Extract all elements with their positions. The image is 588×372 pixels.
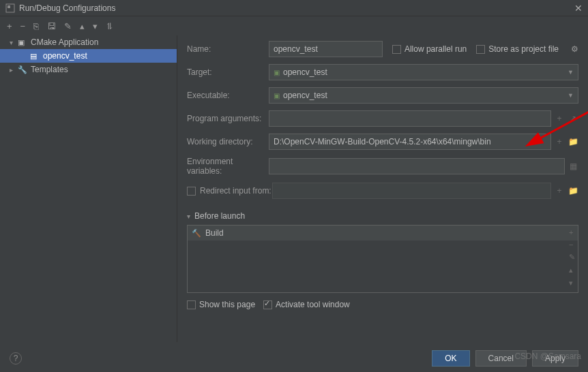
cmake-icon: ▣: [18, 38, 27, 47]
working-dir-label: Working directory:: [187, 137, 269, 146]
bottom-checks: Show this page Activate tool window: [187, 300, 578, 309]
chevron-down-icon: ▼: [568, 69, 574, 76]
down-icon[interactable]: ▾: [569, 279, 575, 288]
before-launch-section: ▾ Before launch 🔨 Build + − ✎ ▴ ▾ Show t…: [187, 211, 578, 309]
hammer-icon: 🔨: [192, 229, 201, 238]
remove-icon[interactable]: −: [20, 21, 26, 31]
name-input[interactable]: opencv_test: [269, 41, 383, 57]
app-icon: [5, 3, 15, 13]
allow-parallel-check[interactable]: Allow parallel run: [392, 44, 467, 54]
launch-tools: + − ✎ ▴ ▾: [569, 228, 575, 288]
tree-templates[interactable]: ▸ 🔧 Templates: [0, 63, 177, 76]
wrench-icon: 🔧: [18, 65, 27, 74]
row-redirect: Redirect input from: + 📁: [187, 183, 578, 199]
program-args-input[interactable]: [269, 110, 551, 127]
launch-list: 🔨 Build + − ✎ ▴ ▾: [187, 225, 578, 293]
activate-tool-check[interactable]: Activate tool window: [263, 300, 350, 309]
chevron-right-icon: ▸: [10, 66, 18, 74]
checkbox-icon: [263, 300, 272, 309]
env-vars-input[interactable]: [269, 158, 565, 174]
close-icon[interactable]: ✕: [574, 3, 583, 14]
redirect-input: [272, 183, 551, 199]
up-icon[interactable]: ▴: [569, 266, 575, 275]
env-vars-label: Environment variables:: [187, 157, 269, 176]
toolbar: + − ⎘ 🖫 ✎ ▴ ▾ ⥮: [0, 16, 588, 35]
add-macro-icon[interactable]: +: [554, 114, 565, 123]
help-button[interactable]: ?: [10, 352, 22, 365]
expand-icon[interactable]: ↗: [568, 114, 578, 123]
up-icon[interactable]: ▴: [80, 21, 85, 31]
show-this-page-check[interactable]: Show this page: [187, 300, 255, 309]
svg-rect-1: [8, 5, 10, 8]
row-env-vars: Environment variables: ▦: [187, 157, 578, 176]
tree-cmake-application[interactable]: ▾ ▣ CMake Application: [0, 35, 177, 49]
add-macro-icon[interactable]: +: [554, 137, 565, 146]
chevron-down-icon: ▼: [568, 92, 574, 99]
copy-icon[interactable]: ⎘: [33, 21, 39, 31]
add-icon[interactable]: +: [7, 21, 12, 31]
browse-icon[interactable]: 📁: [568, 186, 578, 196]
store-as-project-check[interactable]: Store as project file: [476, 44, 559, 54]
edit-icon[interactable]: ✎: [64, 21, 72, 31]
row-working-dir: Working directory: D:\OpenCV-MinGW-Build…: [187, 134, 578, 150]
target-icon: ▤: [30, 52, 40, 61]
field-icons: ▦: [568, 161, 578, 171]
tree-label: CMake Application: [31, 37, 98, 47]
add-macro-icon[interactable]: +: [554, 186, 565, 196]
edit-icon[interactable]: ✎: [569, 253, 575, 262]
before-launch-label: Before launch: [194, 211, 245, 221]
redirect-checkbox[interactable]: [187, 187, 196, 196]
sidebar: ▾ ▣ CMake Application ▤ opencv_test ▸ 🔧 …: [0, 35, 177, 342]
field-icons: + 📁: [554, 186, 578, 196]
chevron-down-icon: ▾: [10, 39, 18, 46]
field-icons: + 📁: [554, 137, 578, 146]
launch-item-label: Build: [205, 228, 224, 238]
executable-label: Executable:: [187, 91, 269, 100]
watermark: CSDN @Samsara: [514, 352, 581, 361]
footer: ? OK Cancel Apply: [0, 345, 588, 372]
tree-label: Templates: [31, 65, 68, 74]
tree-label: opencv_test: [43, 51, 87, 61]
row-name: Name: opencv_test Allow parallel run Sto…: [187, 41, 578, 57]
chevron-down-icon: ▾: [187, 213, 190, 220]
checkbox-icon: [476, 45, 485, 54]
row-program-args: Program arguments: + ↗: [187, 110, 578, 127]
checkbox-icon: [392, 45, 401, 54]
ok-button[interactable]: OK: [432, 350, 469, 367]
right-checks: Allow parallel run Store as project file…: [392, 44, 578, 54]
collapse-icon[interactable]: ⥮: [106, 21, 113, 31]
row-executable: Executable: ▣ opencv_test ▼: [187, 87, 578, 104]
remove-icon[interactable]: −: [569, 241, 575, 249]
add-icon[interactable]: +: [569, 228, 575, 236]
down-icon[interactable]: ▾: [93, 21, 98, 31]
field-icons: + ↗: [554, 114, 578, 123]
svg-line-2: [538, 73, 588, 140]
checkbox-icon: [187, 300, 196, 309]
exe-icon: ▣: [274, 92, 280, 99]
gear-icon[interactable]: ⚙: [571, 44, 578, 54]
save-icon[interactable]: 🖫: [47, 21, 56, 31]
before-launch-header[interactable]: ▾ Before launch: [187, 211, 578, 221]
tree-item-opencv-test[interactable]: ▤ opencv_test: [0, 49, 177, 63]
titlebar: Run/Debug Configurations ✕: [0, 0, 588, 16]
main: ▾ ▣ CMake Application ▤ opencv_test ▸ 🔧 …: [0, 35, 588, 342]
target-label: Target:: [187, 67, 269, 77]
redirect-label: Redirect input from:: [200, 186, 272, 196]
target-dropdown[interactable]: ▣ opencv_test ▼: [269, 64, 578, 80]
executable-dropdown[interactable]: ▣ opencv_test ▼: [269, 87, 578, 104]
content: Name: opencv_test Allow parallel run Sto…: [177, 35, 588, 342]
program-args-label: Program arguments:: [187, 114, 269, 123]
browse-icon[interactable]: 📁: [568, 137, 578, 146]
target-icon: ▣: [274, 69, 280, 76]
working-dir-input[interactable]: D:\OpenCV-MinGW-Build-OpenCV-4.5.2-x64\x…: [269, 134, 551, 150]
window-title: Run/Debug Configurations: [19, 3, 574, 13]
name-label: Name:: [187, 44, 269, 54]
launch-item-build[interactable]: 🔨 Build: [188, 226, 578, 241]
row-target: Target: ▣ opencv_test ▼: [187, 64, 578, 80]
edit-env-icon[interactable]: ▦: [568, 161, 578, 171]
